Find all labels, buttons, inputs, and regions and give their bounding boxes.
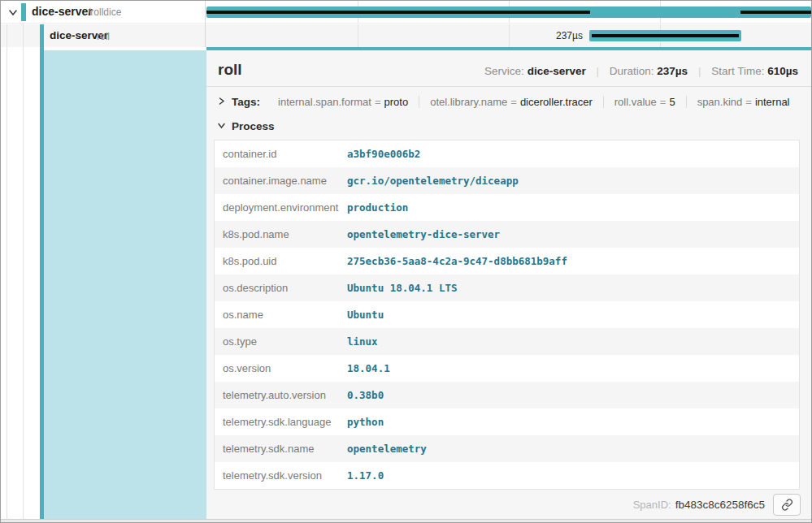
table-row: telemetry.sdk.nameopentelemetry	[215, 435, 799, 462]
process-section-toggle[interactable]: Process	[206, 115, 811, 138]
process-label: Process	[232, 120, 275, 132]
trace-row-rolldice[interactable]: dice-server /rolldice	[1, 1, 811, 24]
tag-value: proto	[384, 96, 409, 108]
start-time-value: 610µs	[767, 65, 798, 77]
tag-equals: =	[371, 96, 384, 108]
table-row: container.ida3bf90e006b2	[215, 140, 799, 167]
process-kv-table: container.ida3bf90e006b2 container.image…	[214, 140, 800, 490]
kv-key: os.type	[215, 335, 347, 348]
kv-key: deployment.environment	[215, 201, 347, 214]
timeline-row	[206, 1, 811, 23]
kv-value: production	[347, 201, 408, 214]
span-detail-panel: roll Service: dice-server | Duration: 23…	[206, 47, 811, 519]
meta-separator: |	[588, 65, 606, 77]
kv-value: 1.17.0	[347, 469, 384, 482]
kv-value: linux	[347, 335, 378, 348]
tag-equals: =	[507, 96, 520, 108]
table-row: container.image.namegcr.io/opentelemetry…	[215, 167, 799, 194]
kv-key: telemetry.sdk.name	[215, 443, 347, 455]
kv-value: opentelemetry	[347, 443, 427, 455]
tag-value: 5	[669, 96, 675, 108]
trace-row-roll[interactable]: dice-server roll 237µs	[1, 24, 811, 47]
collapse-children-icon[interactable]	[7, 6, 19, 18]
kv-value: a3bf90e006b2	[347, 148, 420, 160]
chevron-right-icon	[217, 96, 226, 108]
selected-span-highlight	[44, 50, 206, 519]
indent-guide-line	[23, 24, 24, 519]
tags-section-toggle[interactable]: Tags: internal.span.format=proto otel.li…	[206, 87, 811, 115]
span-self-time-segment	[592, 34, 739, 37]
tag-key: span.kind	[697, 96, 743, 108]
kv-key: os.description	[215, 282, 347, 294]
duration-value: 237µs	[657, 65, 688, 77]
tag-equals: =	[657, 96, 670, 108]
kv-key: telemetry.sdk.language	[215, 416, 347, 428]
tag-item: span.kind=internal	[686, 96, 801, 108]
timeline-row: 237µs	[206, 24, 811, 47]
link-icon	[781, 499, 793, 511]
table-row: telemetry.sdk.version1.17.0	[215, 462, 799, 489]
span-operation-name: /rolldice	[88, 6, 121, 18]
span-operation-name: roll	[97, 31, 110, 42]
tags-label: Tags:	[232, 96, 260, 108]
spanid-label: SpanID:	[633, 499, 671, 511]
span-color-indicator	[21, 3, 26, 21]
tag-item: internal.span.format=proto	[267, 96, 419, 108]
kv-value: 0.38b0	[347, 389, 384, 401]
table-row: os.descriptionUbuntu 18.04.1 LTS	[215, 274, 799, 301]
table-row: telemetry.auto.version0.38b0	[215, 382, 799, 408]
span-self-time-segment	[206, 11, 590, 14]
tag-item: otel.library.name=diceroller.tracer	[419, 96, 603, 108]
span-self-time-segment	[740, 11, 811, 14]
table-row: k8s.pod.uid275ecb36-5aa8-4c2a-9c47-d8bb6…	[215, 248, 799, 274]
tag-value: diceroller.tracer	[520, 96, 593, 108]
kv-key: k8s.pod.uid	[215, 255, 347, 267]
tag-value: internal	[755, 96, 790, 108]
deep-link-button[interactable]	[773, 494, 801, 516]
kv-key: os.name	[215, 309, 347, 321]
tag-equals: =	[742, 96, 755, 108]
table-row: deployment.environmentproduction	[215, 194, 799, 221]
kv-key: container.image.name	[215, 175, 347, 187]
table-row: os.nameUbuntu	[215, 301, 799, 328]
indent-guide-line	[7, 24, 7, 519]
meta-separator: |	[691, 65, 709, 77]
start-time-label: Start Time:	[711, 65, 764, 77]
chevron-down-icon	[217, 119, 226, 133]
span-detail-footer: SpanID: fb483c8c6258f6c5	[206, 490, 811, 521]
span-bar-roll[interactable]	[589, 30, 741, 41]
kv-value: 275ecb36-5aa8-4c2a-9c47-d8bb681b9aff	[347, 255, 567, 267]
tag-key: internal.span.format	[278, 96, 371, 108]
span-service-name: dice-server	[32, 5, 93, 18]
name-column-divider[interactable]	[205, 1, 206, 47]
span-title: roll	[218, 61, 242, 79]
kv-value: opentelemetry-dice-server	[347, 228, 500, 240]
kv-key: telemetry.sdk.version	[215, 469, 347, 482]
span-detail-header: roll Service: dice-server | Duration: 23…	[206, 50, 811, 87]
trace-timeline-window: dice-server /rolldice dice-server roll 2…	[0, 0, 812, 523]
table-row: os.typelinux	[215, 328, 799, 355]
table-row: telemetry.sdk.languagepython	[215, 408, 799, 435]
kv-value: Ubuntu	[347, 309, 384, 321]
duration-label: Duration:	[610, 65, 654, 77]
span-meta: Service: dice-server | Duration: 237µs |…	[484, 65, 798, 77]
tag-item: roll.value=5	[603, 96, 686, 108]
kv-value: Ubuntu 18.04.1 LTS	[347, 282, 457, 294]
kv-key: telemetry.auto.version	[215, 389, 347, 401]
span-duration-label: 237µs	[206, 30, 583, 41]
kv-value: gcr.io/opentelemetry/diceapp	[347, 175, 519, 187]
spanid-value: fb483c8c6258f6c5	[675, 499, 765, 511]
kv-value: 18.04.1	[347, 362, 390, 374]
table-row: k8s.pod.nameopentelemetry-dice-server	[215, 221, 799, 248]
kv-key: container.id	[215, 148, 347, 160]
kv-value: python	[347, 416, 384, 428]
table-row: os.version18.04.1	[215, 355, 799, 382]
tag-key: otel.library.name	[430, 96, 507, 108]
kv-key: k8s.pod.name	[215, 228, 347, 240]
service-label: Service:	[484, 65, 524, 77]
service-value: dice-server	[528, 65, 586, 77]
span-bar-rolldice[interactable]	[206, 6, 811, 18]
kv-key: os.version	[215, 362, 347, 374]
tag-key: roll.value	[614, 96, 657, 108]
